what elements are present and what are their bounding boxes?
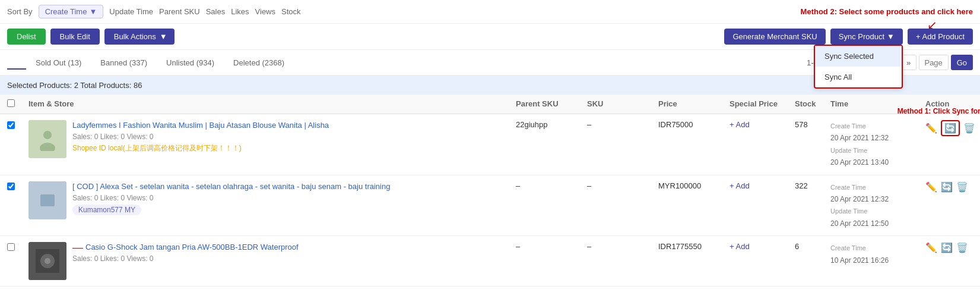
table-header: Item & Store Parent SKU SKU Price Specia… <box>0 95 980 114</box>
sort-update-time[interactable]: Update Time <box>109 7 153 16</box>
row3-product-info: — Casio G-Shock Jam tangan Pria AW-500BB… <box>72 242 516 263</box>
chevron-down-icon: ▼ <box>160 32 167 41</box>
row2-product-name[interactable]: [ COD ] Alexa Set - setelan wanita - set… <box>72 181 516 192</box>
row2-product-meta: Sales: 0 Likes: 0 Views: 0 <box>72 194 516 202</box>
header-parent-sku: Parent SKU <box>516 99 587 109</box>
row3-item: — Casio G-Shock Jam tangan Pria AW-500BB… <box>28 242 516 280</box>
row3-parent-sku: – <box>516 242 587 251</box>
page-number-input[interactable] <box>919 55 949 70</box>
row1-product-meta: Sales: 0 Likes: 0 Views: 0 <box>72 133 516 141</box>
sort-by-label: Sort By <box>7 7 33 16</box>
row1-actions: ✏️ 🔄 🗑️ Method 1: Click Sync for individ… <box>925 120 973 136</box>
row3-edit-button[interactable]: ✏️ <box>925 242 937 253</box>
row1-item: Ladyfemmes I Fashion Wanita Muslim | Baj… <box>28 120 516 158</box>
row2-item: [ COD ] Alexa Set - setelan wanita - set… <box>28 181 516 219</box>
header-price: Price <box>658 99 730 109</box>
row2-product-tag: Kumamon577 MY <box>72 205 141 215</box>
product-table: Item & Store Parent SKU SKU Price Specia… <box>0 95 980 287</box>
row1-parent-sku: 22giuhpp <box>516 120 587 129</box>
method2-annotation: Method 2: Select some products and click… <box>801 7 973 16</box>
row2-actions: ✏️ 🔄 🗑️ <box>925 181 973 193</box>
row3-checkbox[interactable] <box>7 243 15 251</box>
row1-product-name[interactable]: Ladyfemmes I Fashion Wanita Muslim | Baj… <box>72 120 516 131</box>
row1-product-image <box>28 120 66 158</box>
red-dash-icon: — <box>72 242 83 253</box>
header-stock: Stock <box>795 99 830 109</box>
row3-actions: ✏️ 🔄 🗑️ <box>925 242 973 253</box>
header-action: Action <box>925 99 973 109</box>
row3-sync-button[interactable]: 🔄 <box>941 242 953 253</box>
svg-point-1 <box>43 131 52 139</box>
row3-special-price[interactable]: + Add <box>730 242 795 251</box>
row3-delete-button[interactable]: 🗑️ <box>956 242 968 253</box>
row3-product-meta: Sales: 0 Likes: 0 Views: 0 <box>72 254 516 263</box>
row3-price: IDR1775550 <box>658 242 730 251</box>
row2-time: Create Time 20 Apr 2021 12:32 Update Tim… <box>830 181 925 230</box>
sort-views[interactable]: Views <box>255 7 275 16</box>
svg-rect-4 <box>40 194 55 206</box>
sync-all-item[interactable]: Sync All <box>815 67 902 87</box>
row1-checkbox[interactable] <box>7 121 15 129</box>
page-go-button[interactable]: Go <box>951 55 973 70</box>
sync-selected-item[interactable]: Sync Selected <box>815 46 902 67</box>
action-bar: Delist Bulk Edit Bulk Actions ▼ Generate… <box>0 24 980 50</box>
sync-product-wrapper: Sync Product ▼ Sync Selected Sync All <box>830 29 903 45</box>
row3-product-image <box>28 242 66 280</box>
sort-parent-sku[interactable]: Parent SKU <box>159 7 200 16</box>
delist-button[interactable]: Delist <box>7 29 46 45</box>
sort-sales[interactable]: Sales <box>206 7 226 16</box>
header-special-price: Special Price <box>730 99 795 109</box>
generate-merchant-sku-button[interactable]: Generate Merchant SKU <box>724 29 825 45</box>
sync-product-button[interactable]: Sync Product ▼ <box>830 29 903 45</box>
sort-bar: Sort By Create Time ▼ Update Time Parent… <box>0 0 980 24</box>
header-item-store: Item & Store <box>28 99 516 109</box>
row1-time: Create Time 20 Apr 2021 12:32 Update Tim… <box>830 120 925 169</box>
row1-delete-button[interactable]: 🗑️ <box>963 122 975 134</box>
row2-parent-sku: – <box>516 181 587 190</box>
tab-deleted[interactable]: Deleted (2368) <box>224 52 294 74</box>
page-last-button[interactable]: » <box>901 55 916 70</box>
tab-banned[interactable]: Banned (337) <box>91 52 157 74</box>
row1-special-price[interactable]: + Add <box>730 120 795 129</box>
bulk-actions-button[interactable]: Bulk Actions ▼ <box>104 29 175 45</box>
row1-sku: – <box>587 120 658 129</box>
row3-sku: – <box>587 242 658 251</box>
tab-sold-out[interactable]: Sold Out (13) <box>26 52 91 74</box>
row2-product-image <box>28 181 66 219</box>
svg-point-7 <box>45 258 50 264</box>
chevron-down-icon: ▼ <box>887 32 895 41</box>
row3-checkbox-col[interactable] <box>7 242 28 251</box>
sort-likes[interactable]: Likes <box>231 7 249 16</box>
row2-checkbox-col[interactable] <box>7 181 28 190</box>
row3-time: Create Time 10 Apr 2021 16:26 <box>830 242 925 266</box>
row3-product-name[interactable]: Casio G-Shock Jam tangan Pria AW-500BB-1… <box>85 242 299 253</box>
tab-live[interactable] <box>7 56 26 70</box>
row2-checkbox[interactable] <box>7 183 15 190</box>
row1-price: IDR75000 <box>658 120 730 129</box>
header-checkbox-col[interactable] <box>7 99 28 109</box>
row2-sync-button[interactable]: 🔄 <box>941 181 953 193</box>
row1-sync-button[interactable]: 🔄 <box>941 120 960 136</box>
sort-stock[interactable]: Stock <box>281 7 301 16</box>
row2-price: MYR100000 <box>658 181 730 190</box>
row1-product-info: Ladyfemmes I Fashion Wanita Muslim | Baj… <box>72 120 516 153</box>
table-row: — Casio G-Shock Jam tangan Pria AW-500BB… <box>0 236 980 287</box>
row2-special-price[interactable]: + Add <box>730 181 795 190</box>
select-all-checkbox[interactable] <box>7 99 15 107</box>
header-sku: SKU <box>587 99 658 109</box>
row1-checkbox-col[interactable] <box>7 120 28 129</box>
add-product-button[interactable]: + Add Product <box>908 29 973 45</box>
tab-unlisted[interactable]: Unlisted (934) <box>157 52 224 74</box>
row3-stock: 6 <box>795 242 830 251</box>
row1-edit-button[interactable]: ✏️ <box>925 122 937 134</box>
header-time: Time <box>830 99 925 109</box>
bulk-edit-button[interactable]: Bulk Edit <box>50 29 100 45</box>
row2-delete-button[interactable]: 🗑️ <box>956 181 968 193</box>
sync-dropdown-menu: Sync Selected Sync All <box>814 45 903 89</box>
sort-create-time[interactable]: Create Time ▼ <box>39 5 104 18</box>
row1-stock: 578 <box>795 120 830 129</box>
row1-product-tag: Shopee ID local(上架后调高价格记得及时下架！！！) <box>72 143 516 153</box>
row2-edit-button[interactable]: ✏️ <box>925 181 937 193</box>
table-row: [ COD ] Alexa Set - setelan wanita - set… <box>0 175 980 237</box>
row2-stock: 322 <box>795 181 830 190</box>
